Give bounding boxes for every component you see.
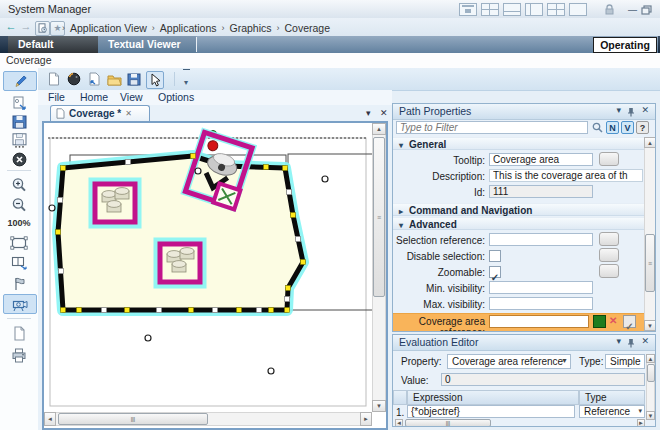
fit-to-view-button[interactable] — [3, 234, 35, 252]
camera-view-button[interactable] — [3, 294, 37, 314]
breadcrumb-item-application-view[interactable]: Application View — [70, 22, 147, 34]
filter-name-button[interactable]: N — [606, 121, 619, 134]
selection-reference-editor-button[interactable] — [599, 232, 619, 246]
menu-options[interactable]: Options — [158, 91, 194, 103]
path-properties-title-bar[interactable]: Path Properties ▾ ✕ — [393, 104, 655, 120]
edit-pencil-button[interactable] — [3, 71, 37, 91]
canvas-scroll-right-button[interactable]: ► — [360, 412, 372, 426]
min-visibility-input[interactable] — [489, 281, 593, 294]
eval-scroll-down-button[interactable]: ▼ — [646, 411, 655, 420]
eval-scroll-up-button[interactable]: ▲ — [646, 354, 655, 363]
section-general[interactable]: ▾General — [393, 137, 644, 150]
document-tab-close-icon[interactable]: ✕ — [125, 109, 132, 118]
evaluation-editor-title-bar[interactable]: Evaluation Editor ▾ ✕ — [393, 335, 655, 351]
pin-icon[interactable] — [627, 338, 635, 348]
select-pointer-button[interactable] — [146, 71, 164, 89]
document-list-dropdown-icon[interactable]: ▾ — [366, 108, 371, 118]
canvas-scroll-down-button[interactable]: ▼ — [372, 400, 386, 412]
collapse-layout-icon[interactable] — [459, 3, 477, 16]
breadcrumb-item-coverage[interactable]: Coverage — [285, 22, 331, 34]
disable-selection-editor-button[interactable] — [599, 248, 619, 262]
eval-vscroll-thumb[interactable] — [647, 364, 655, 382]
eval-scroll-right-button[interactable]: ► — [637, 419, 645, 427]
forward-button[interactable]: → — [19, 20, 33, 33]
left-panel-layout-icon[interactable] — [525, 3, 543, 16]
panel-menu-icon[interactable]: ▾ — [616, 336, 621, 346]
expression-type-dropdown[interactable]: Reference ▾ — [579, 405, 645, 418]
breadcrumb-item-graphics[interactable]: Graphics — [229, 22, 271, 34]
clear-reference-icon[interactable]: ✕ — [609, 315, 617, 326]
description-input[interactable] — [489, 169, 643, 182]
eval-scroll-left-button[interactable]: ◄ — [395, 419, 403, 427]
properties-vscroll-thumb[interactable]: ≡ — [645, 234, 655, 292]
toolbar-overflow-button[interactable]: ▾ — [178, 71, 194, 87]
tooltip-input[interactable] — [489, 153, 593, 166]
zoom-in-button[interactable] — [3, 176, 35, 194]
max-visibility-input[interactable] — [489, 297, 593, 310]
open-project-button[interactable] — [66, 71, 82, 87]
panel-close-icon[interactable]: ✕ — [641, 336, 649, 346]
reference-color-swatch[interactable] — [593, 315, 606, 328]
camera-delete-box[interactable] — [213, 184, 240, 210]
zoomable-editor-button[interactable] — [599, 264, 619, 278]
split-layout-icon[interactable] — [547, 3, 565, 16]
filter-input[interactable] — [396, 121, 588, 134]
document-close-icon[interactable]: ✕ — [380, 108, 388, 118]
canvas-hscroll-thumb[interactable]: Ⅲ — [58, 413, 208, 425]
tooltip-editor-button[interactable] — [599, 152, 619, 166]
reference-apply-checkbox[interactable]: ✓ — [623, 315, 636, 328]
operating-mode-button[interactable]: Operating — [593, 37, 657, 53]
section-3d-effects[interactable]: ▸3D Effects — [393, 331, 644, 332]
canvas-scroll-up-button[interactable]: ▲ — [372, 123, 386, 135]
new-document-button[interactable] — [46, 71, 62, 87]
canvas-scroll-left-button[interactable]: ◄ — [44, 412, 56, 426]
page-setup-button[interactable] — [3, 324, 35, 342]
restore-button[interactable] — [641, 5, 652, 15]
cancel-button[interactable] — [3, 150, 35, 168]
drawing-canvas[interactable] — [44, 123, 372, 412]
zoom-out-button[interactable] — [3, 196, 35, 214]
save-button[interactable] — [3, 113, 35, 131]
print-button[interactable] — [3, 346, 35, 364]
selection-reference-input[interactable] — [489, 233, 593, 246]
property-dropdown[interactable]: Coverage area reference ▼ — [447, 354, 571, 369]
split-view-button[interactable] — [3, 254, 35, 272]
single-layout-icon[interactable] — [569, 3, 587, 16]
canvas-vscroll-thumb[interactable]: ≡ — [373, 137, 385, 297]
import-document-button[interactable] — [86, 71, 102, 87]
filter-help-button[interactable]: ? — [636, 121, 649, 134]
type-value-box[interactable]: Simple — [605, 354, 645, 369]
search-button[interactable] — [591, 121, 604, 134]
menu-home[interactable]: Home — [80, 91, 108, 103]
open-file-button[interactable] — [106, 71, 122, 87]
save-document-button[interactable] — [126, 71, 142, 87]
breadcrumb-item-applications[interactable]: Applications — [160, 22, 217, 34]
menu-view[interactable]: View — [120, 91, 143, 103]
minimize-button[interactable]: — — [628, 5, 637, 15]
save-all-button[interactable] — [3, 131, 35, 149]
tab-textual-viewer[interactable]: Textual Viewer — [98, 36, 196, 53]
menu-file[interactable]: File — [48, 91, 65, 103]
expression-column-header[interactable]: Expression — [407, 390, 579, 405]
export-page-button[interactable] — [3, 94, 35, 112]
section-advanced[interactable]: ▾Advanced — [393, 217, 644, 230]
grid-layout-icon[interactable] — [481, 3, 499, 16]
document-tab-coverage[interactable]: Coverage * ✕ — [50, 105, 150, 121]
zoom-level-label[interactable]: 100% — [0, 218, 38, 228]
tab-default[interactable]: Default — [8, 36, 98, 53]
history-button[interactable] — [35, 21, 50, 36]
panel-menu-icon[interactable]: ▾ — [616, 105, 621, 115]
bottom-panel-layout-icon[interactable] — [503, 3, 521, 16]
disable-selection-checkbox[interactable] — [489, 250, 501, 262]
zoomable-checkbox[interactable]: ✓ — [489, 266, 501, 278]
pan-flag-button[interactable] — [3, 274, 35, 292]
type-column-header[interactable]: Type — [579, 390, 645, 405]
eval-hscroll-thumb[interactable]: Ⅲ — [405, 419, 491, 427]
properties-scroll-down-button[interactable]: ▼ — [644, 320, 656, 331]
coverage-area-reference-input[interactable] — [489, 315, 589, 328]
filter-value-button[interactable]: V — [621, 121, 634, 134]
expression-input[interactable] — [407, 405, 575, 418]
properties-scroll-up-button[interactable]: ▲ — [644, 137, 656, 148]
back-button[interactable]: ← — [4, 20, 18, 33]
section-command-navigation[interactable]: ▸Command and Navigation — [393, 203, 644, 216]
